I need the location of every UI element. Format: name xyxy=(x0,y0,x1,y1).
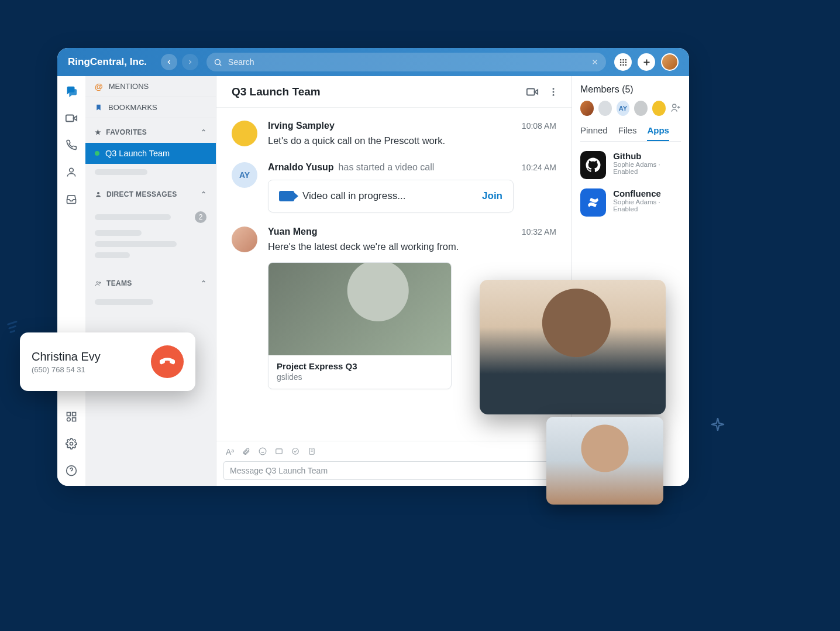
list-item[interactable] xyxy=(95,252,130,258)
message-input[interactable]: Message Q3 Launch Team xyxy=(223,461,564,480)
message-author[interactable]: Arnaldo Yusup xyxy=(268,162,334,173)
sidebar-mentions[interactable]: @ MENTIONS xyxy=(85,76,216,97)
rail-phone-icon[interactable] xyxy=(64,138,78,152)
sparkle-icon xyxy=(710,417,725,432)
member-avatar[interactable] xyxy=(634,101,648,116)
gif-button[interactable] xyxy=(275,447,283,457)
attachment-title: Project Express Q3 xyxy=(277,361,443,371)
favorites-label: FAVORITES xyxy=(106,128,147,136)
dialpad-icon xyxy=(619,58,628,67)
svg-rect-24 xyxy=(527,88,535,95)
list-item[interactable] xyxy=(95,241,177,247)
dm-header[interactable]: DIRECT MESSAGES ⌃ xyxy=(85,184,216,205)
member-avatar[interactable] xyxy=(580,101,594,116)
search-input[interactable]: Search xyxy=(206,53,606,71)
avatar[interactable]: AY xyxy=(232,162,257,188)
nav-back-button[interactable] xyxy=(161,54,177,70)
favorites-header[interactable]: ★ FAVORITES ⌃ xyxy=(85,122,216,143)
video-call-card: Video call in progress... Join xyxy=(268,180,514,212)
video-tile-main[interactable] xyxy=(480,280,666,414)
rail-help-icon[interactable] xyxy=(64,464,78,478)
svg-point-37 xyxy=(673,104,676,108)
sidebar-bookmarks[interactable]: BOOKMARKS xyxy=(85,97,216,118)
app-item-confluence[interactable]: Confluence Sophie Adams · Enabled xyxy=(580,188,681,217)
note-button[interactable] xyxy=(308,447,316,457)
attach-button[interactable] xyxy=(242,447,250,457)
svg-point-18 xyxy=(70,443,73,445)
message-author[interactable]: Irving Sampley xyxy=(268,121,335,131)
format-button[interactable]: Aᵃ xyxy=(226,447,234,457)
svg-rect-32 xyxy=(276,449,283,454)
svg-point-10 xyxy=(619,64,621,66)
search-placeholder: Search xyxy=(228,57,254,67)
rail-inbox-icon[interactable] xyxy=(64,192,78,206)
app-subtitle: Sophie Adams · Enabled xyxy=(613,161,681,175)
tab-pinned[interactable]: Pinned xyxy=(580,125,608,141)
svg-point-29 xyxy=(260,448,267,455)
person-icon xyxy=(95,191,102,198)
emoji-button[interactable] xyxy=(259,447,267,457)
teams-label: TEAMS xyxy=(106,279,132,287)
list-item[interactable] xyxy=(95,230,142,236)
app-item-github[interactable]: Github Sophie Adams · Enabled xyxy=(580,151,681,179)
rail-apps-icon[interactable] xyxy=(64,410,78,424)
teams-header[interactable]: TEAMS ⌃ xyxy=(85,273,216,294)
member-avatar[interactable]: AY xyxy=(617,101,630,116)
app-name: Confluence xyxy=(613,188,681,198)
rail-contacts-icon[interactable] xyxy=(64,165,78,179)
svg-point-4 xyxy=(619,59,621,60)
join-call-button[interactable]: Join xyxy=(482,190,502,202)
tab-files[interactable]: Files xyxy=(618,125,637,141)
chevron-up-icon: ⌃ xyxy=(201,279,206,287)
svg-point-28 xyxy=(553,94,555,95)
member-avatar[interactable] xyxy=(598,101,612,116)
start-video-button[interactable] xyxy=(526,85,539,98)
svg-point-6 xyxy=(625,59,626,60)
svg-point-9 xyxy=(625,61,626,63)
list-item[interactable] xyxy=(95,299,153,305)
list-item[interactable]: 2 xyxy=(85,210,216,225)
search-icon xyxy=(214,58,222,67)
confluence-icon xyxy=(580,188,606,217)
chat-message: Irving Sampley 10:08 AM Let's do a quick… xyxy=(232,114,556,155)
app-subtitle: Sophie Adams · Enabled xyxy=(613,198,681,212)
list-item[interactable] xyxy=(95,169,147,175)
chat-header: Q3 Launch Team xyxy=(216,76,572,108)
new-action-button[interactable] xyxy=(638,53,655,71)
svg-point-33 xyxy=(292,448,299,455)
nav-arrows xyxy=(161,54,198,70)
favorite-item-q3-launch-team[interactable]: Q3 Launch Team xyxy=(85,143,216,164)
more-options-button[interactable] xyxy=(548,87,559,97)
rail-video-icon[interactable] xyxy=(64,111,78,125)
svg-point-7 xyxy=(619,61,621,63)
add-member-button[interactable] xyxy=(670,102,681,114)
svg-point-26 xyxy=(553,88,555,90)
plus-icon xyxy=(642,58,651,67)
avatar[interactable] xyxy=(232,227,257,252)
star-icon: ★ xyxy=(95,128,101,136)
video-tile-self[interactable] xyxy=(546,417,663,505)
avatar[interactable] xyxy=(232,121,257,146)
brand-title: RingCentral, Inc. xyxy=(68,56,147,68)
rail-settings-icon[interactable] xyxy=(64,437,78,451)
svg-point-27 xyxy=(553,91,555,92)
message-author[interactable]: Yuan Meng xyxy=(268,227,317,237)
hangup-button[interactable] xyxy=(151,345,184,378)
chevron-up-icon: ⌃ xyxy=(201,128,206,136)
bookmark-icon xyxy=(95,104,102,111)
clear-search-icon[interactable] xyxy=(591,58,599,66)
nav-forward-button[interactable] xyxy=(182,54,198,70)
svg-point-12 xyxy=(625,64,626,66)
member-avatar[interactable] xyxy=(652,101,666,116)
dialpad-button[interactable] xyxy=(614,53,632,71)
attachment-card[interactable]: Project Express Q3 gslides xyxy=(268,262,452,389)
profile-avatar[interactable] xyxy=(661,53,679,71)
rail-messages-icon[interactable] xyxy=(64,84,78,98)
svg-point-21 xyxy=(97,192,99,194)
teams-icon xyxy=(95,280,102,287)
tab-apps[interactable]: Apps xyxy=(647,125,669,141)
phone-hangup-icon xyxy=(160,354,175,369)
task-button[interactable] xyxy=(291,447,299,457)
presence-dot xyxy=(95,151,99,156)
message-time: 10:24 AM xyxy=(522,163,556,172)
